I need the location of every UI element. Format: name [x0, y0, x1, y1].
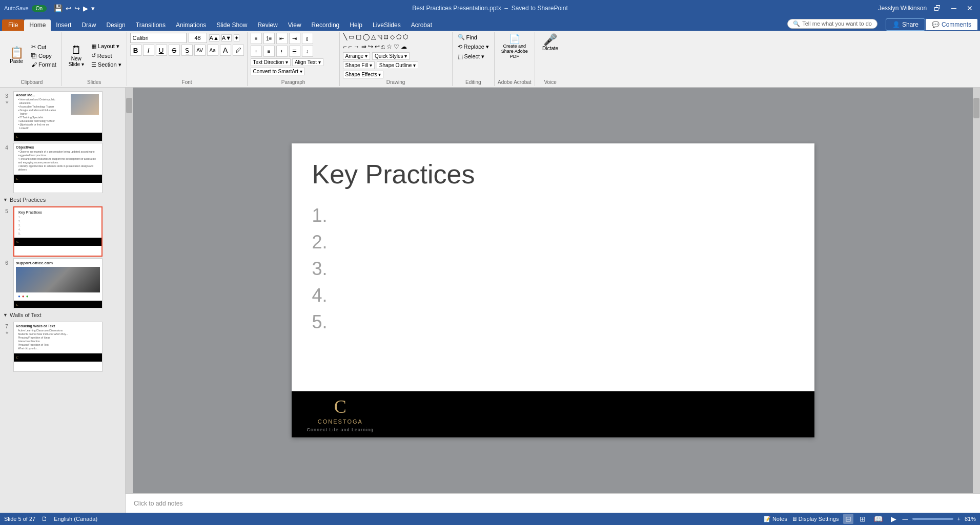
section-button[interactable]: ☰ Section ▾ — [89, 60, 124, 69]
copy-button[interactable]: ⿻ Copy — [29, 52, 58, 60]
undo-icon[interactable]: ↩ — [66, 5, 71, 12]
underline-button[interactable]: U — [156, 45, 167, 56]
clear-formatting-button[interactable]: ✦ — [234, 34, 239, 42]
tab-help[interactable]: Help — [344, 19, 368, 31]
reset-button[interactable]: ↺ Reset — [89, 51, 124, 60]
shadow-button[interactable]: S̲ — [181, 45, 193, 56]
font-name-input[interactable] — [130, 33, 187, 43]
shape-more[interactable]: ⊡ — [383, 33, 389, 41]
notes-button[interactable]: 📝 Notes — [764, 516, 787, 522]
convert-smartart-button[interactable]: Convert to SmartArt ▾ — [251, 68, 305, 75]
create-pdf-button[interactable]: 📄 Create and Share Adobe PDF — [499, 33, 530, 60]
justify-button[interactable]: ☰ — [289, 46, 300, 57]
save-icon[interactable]: 💾 — [54, 4, 63, 12]
shape-fill-button[interactable]: Shape Fill ▾ — [343, 61, 375, 69]
tab-home[interactable]: Home — [24, 19, 51, 31]
redo-icon[interactable]: ↪ — [74, 5, 80, 12]
autosave-toggle[interactable]: On — [32, 5, 47, 12]
zoom-in-icon[interactable]: + — [957, 516, 961, 522]
tell-me-search[interactable]: 🔍 Tell me what you want to do — [787, 19, 877, 29]
slide-thumb-3[interactable]: 3 ★ About Me... • International and Onta… — [2, 91, 123, 141]
format-painter-button[interactable]: 🖌 Format — [29, 60, 58, 69]
shape-arr5[interactable]: ↪ — [368, 43, 374, 51]
right-scrollbar[interactable] — [973, 88, 980, 493]
decrease-indent-button[interactable]: ⇤ — [276, 33, 288, 44]
shape-star[interactable]: ☆ — [386, 43, 393, 51]
minimize-button[interactable]: ─ — [948, 3, 959, 13]
shape-callout[interactable]: ⎌ — [381, 43, 385, 51]
align-center-button[interactable]: ≡ — [263, 46, 275, 57]
shape-arr4[interactable]: ⇒ — [361, 43, 367, 51]
layout-button[interactable]: ▦ Layout ▾ — [89, 42, 124, 51]
slide-sorter-button[interactable]: ⊞ — [858, 514, 868, 524]
shape-arr2[interactable]: ⌐ — [348, 43, 353, 51]
replace-button[interactable]: ⟲ Replace ▾ — [456, 43, 491, 51]
section-walls-of-text[interactable]: ▼ Walls of Text — [2, 310, 123, 320]
comments-button[interactable]: 💬 Comments — [925, 18, 978, 31]
shape-cloud[interactable]: ☁ — [400, 43, 407, 51]
shape-arr1[interactable]: ⌐ — [343, 43, 348, 51]
shape-effects-button[interactable]: Shape Effects ▾ — [343, 71, 384, 78]
font-case-button[interactable]: Aa — [207, 45, 218, 56]
arrange-button[interactable]: Arrange ▾ — [343, 52, 370, 60]
restore-button[interactable]: 🗗 — [931, 3, 944, 13]
decrease-font-button[interactable]: A▼ — [221, 34, 232, 41]
find-button[interactable]: 🔍 Find — [456, 33, 479, 41]
normal-view-button[interactable]: ⊟ — [843, 514, 853, 524]
canvas-scroll[interactable]: Key Practices 1. 2. 3. 4. 5. C CONESTOGA — [133, 88, 973, 493]
bullets-button[interactable]: ≡ — [251, 33, 262, 44]
shape-arr6[interactable]: ↩ — [374, 43, 380, 51]
notes-bar[interactable]: Click to add notes — [126, 493, 980, 513]
font-size-input[interactable] — [189, 33, 207, 43]
line-spacing-button[interactable]: ↕ — [302, 46, 313, 57]
tab-view[interactable]: View — [283, 19, 307, 31]
tab-draw[interactable]: Draw — [76, 19, 101, 31]
slide-thumb-6[interactable]: 6 support.office.com ● ● ● C — [2, 258, 123, 308]
columns-button[interactable]: ⫿ — [302, 33, 313, 44]
slide-title[interactable]: Key Practices — [292, 143, 814, 200]
select-button[interactable]: ⬚ Select ▾ — [456, 52, 487, 61]
quick-styles-button[interactable]: Quick Styles ▾ — [372, 52, 410, 60]
slide-body[interactable]: 1. 2. 3. 4. 5. — [292, 200, 814, 391]
dictate-button[interactable]: 🎤 Dictate — [539, 33, 562, 53]
tab-acrobat[interactable]: Acrobat — [406, 19, 437, 31]
tab-slideshow[interactable]: Slide Show — [211, 19, 252, 31]
present-icon[interactable]: ▶ — [83, 5, 88, 12]
slide-thumb-7[interactable]: 7 ★ Reducing Walls of Text Active Learni… — [2, 322, 123, 372]
slideshow-button[interactable]: ▶ — [889, 514, 899, 524]
font-color-button[interactable]: A — [220, 45, 231, 56]
shape-heart[interactable]: ♡ — [393, 43, 400, 51]
italic-button[interactable]: I — [143, 45, 154, 56]
share-button[interactable]: 👤 Share — [886, 18, 925, 31]
text-direction-button[interactable]: Text Direction ▾ — [251, 58, 291, 66]
shape-line[interactable]: ╲ — [343, 33, 348, 41]
bold-button[interactable]: B — [130, 45, 141, 56]
strikethrough-button[interactable]: S — [169, 45, 180, 56]
new-slide-button[interactable]: 🗒 New Slide ▾ — [65, 43, 88, 69]
cut-button[interactable]: ✂ Cut — [29, 43, 58, 51]
tab-insert[interactable]: Insert — [51, 19, 76, 31]
align-text-button[interactable]: Align Text ▾ — [292, 58, 323, 66]
customize-icon[interactable]: ▾ — [91, 5, 95, 12]
display-settings-button[interactable]: 🖥 Display Settings — [791, 516, 839, 522]
tab-design[interactable]: Design — [101, 19, 130, 31]
close-button[interactable]: ✕ — [964, 3, 976, 13]
highlight-button[interactable]: 🖊 — [233, 45, 244, 56]
vertical-scrollbar[interactable] — [126, 88, 133, 493]
numbering-button[interactable]: 1≡ — [263, 33, 275, 44]
align-right-button[interactable]: ⫶ — [276, 46, 288, 57]
scroll-thumb[interactable] — [126, 98, 132, 113]
shape-diamond[interactable]: ◇ — [390, 33, 395, 41]
zoom-out-icon[interactable]: — — [903, 516, 908, 522]
slide-thumb-4[interactable]: 4 Objectives • Observe an example of a p… — [2, 143, 123, 193]
shape-oval[interactable]: ◯ — [362, 33, 370, 41]
tab-review[interactable]: Review — [252, 19, 282, 31]
shape-rrect[interactable]: ▢ — [355, 33, 362, 41]
shape-rect[interactable]: ▭ — [348, 33, 355, 41]
align-left-button[interactable]: ⫶ — [251, 46, 262, 57]
slide-thumb-5[interactable]: 5 Key Practices 1.2.3.4.5. C — [2, 206, 123, 257]
right-scroll-thumb[interactable] — [973, 98, 979, 118]
shape-tri[interactable]: △ — [371, 33, 376, 41]
shape-arr3[interactable]: → — [353, 43, 360, 51]
tab-recording[interactable]: Recording — [307, 19, 345, 31]
